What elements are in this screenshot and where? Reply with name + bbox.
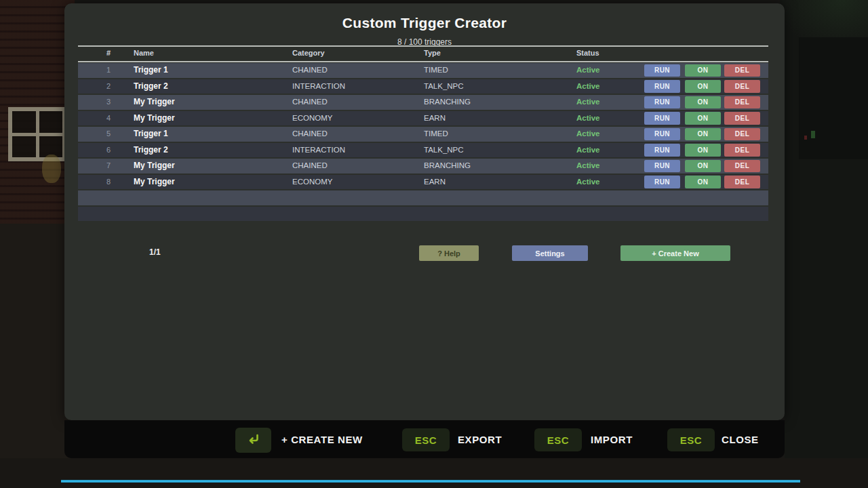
enter-icon bbox=[245, 431, 262, 449]
row-category: ECONOMY bbox=[292, 111, 332, 126]
page-title: Custom Trigger Creator bbox=[64, 15, 785, 31]
row-status: Active bbox=[576, 111, 600, 126]
row-name: My Trigger bbox=[134, 111, 175, 126]
row-number: 2 bbox=[92, 79, 125, 94]
row-name: Trigger 2 bbox=[134, 143, 168, 158]
row-type: EARN bbox=[424, 111, 446, 126]
table-row[interactable]: 6 Trigger 2 INTERACTION TALK_NPC Active … bbox=[78, 143, 768, 158]
table-row-empty bbox=[78, 207, 768, 222]
on-button[interactable]: ON bbox=[685, 112, 721, 125]
row-name: My Trigger bbox=[134, 159, 175, 174]
ground-bottom bbox=[0, 458, 868, 488]
barn-window bbox=[8, 107, 66, 161]
header-type: Type bbox=[424, 49, 441, 57]
on-button[interactable]: ON bbox=[685, 176, 721, 188]
del-button[interactable]: DEL bbox=[724, 144, 760, 157]
row-status: Active bbox=[576, 159, 600, 174]
row-status: Active bbox=[576, 95, 600, 110]
row-status: Active bbox=[576, 127, 600, 142]
del-button[interactable]: DEL bbox=[724, 80, 760, 93]
row-number: 1 bbox=[92, 63, 125, 78]
on-button[interactable]: ON bbox=[685, 64, 721, 77]
row-type: EARN bbox=[424, 175, 446, 190]
table-row[interactable]: 7 My Trigger CHAINED BRANCHING Active RU… bbox=[78, 159, 768, 174]
del-button[interactable]: DEL bbox=[724, 128, 760, 141]
on-button[interactable]: ON bbox=[685, 128, 721, 141]
run-button[interactable]: RUN bbox=[644, 160, 680, 173]
esc-key-close[interactable]: ESC bbox=[667, 428, 715, 451]
settings-button[interactable]: Settings bbox=[512, 245, 588, 261]
trigger-table: 1 Trigger 1 CHAINED TIMED Active RUN ON … bbox=[78, 63, 768, 222]
table-row-empty bbox=[78, 190, 768, 205]
del-button[interactable]: DEL bbox=[724, 160, 760, 173]
export-label[interactable]: EXPORT bbox=[458, 420, 502, 458]
row-status: Active bbox=[576, 175, 600, 190]
row-category: INTERACTION bbox=[292, 143, 345, 158]
row-type: TALK_NPC bbox=[424, 79, 464, 94]
row-name: Trigger 1 bbox=[134, 63, 168, 78]
keybind-bar: + CREATE NEW ESC EXPORT ESC IMPORT ESC C… bbox=[64, 420, 785, 458]
tree-detail bbox=[811, 131, 815, 138]
row-name: Trigger 2 bbox=[134, 79, 168, 94]
run-button[interactable]: RUN bbox=[644, 112, 680, 125]
run-button[interactable]: RUN bbox=[644, 80, 680, 93]
import-label[interactable]: IMPORT bbox=[591, 420, 633, 458]
row-category: INTERACTION bbox=[292, 79, 345, 94]
table-row[interactable]: 5 Trigger 1 CHAINED TIMED Active RUN ON … bbox=[78, 127, 768, 142]
row-number: 8 bbox=[92, 175, 125, 190]
screen: Custom Trigger Creator 8 / 100 triggers … bbox=[0, 0, 868, 488]
table-row[interactable]: 2 Trigger 2 INTERACTION TALK_NPC Active … bbox=[78, 79, 768, 94]
create-new-keybind-label[interactable]: + CREATE NEW bbox=[281, 420, 363, 458]
custom-trigger-creator-dialog: Custom Trigger Creator 8 / 100 triggers … bbox=[64, 3, 785, 420]
scene-detail bbox=[804, 136, 807, 140]
row-status: Active bbox=[576, 79, 600, 94]
header-category: Category bbox=[292, 49, 325, 57]
divider bbox=[78, 61, 768, 62]
row-category: ECONOMY bbox=[292, 175, 332, 190]
table-row[interactable]: 3 My Trigger CHAINED BRANCHING Active RU… bbox=[78, 95, 768, 110]
row-number: 6 bbox=[92, 143, 125, 158]
del-button[interactable]: DEL bbox=[724, 112, 760, 125]
row-category: CHAINED bbox=[292, 63, 328, 78]
row-number: 4 bbox=[92, 111, 125, 126]
row-category: CHAINED bbox=[292, 159, 328, 174]
row-type: TIMED bbox=[424, 127, 448, 142]
row-category: CHAINED bbox=[292, 127, 328, 142]
del-button[interactable]: DEL bbox=[724, 176, 760, 188]
esc-key-import[interactable]: ESC bbox=[534, 428, 582, 451]
table-row[interactable]: 1 Trigger 1 CHAINED TIMED Active RUN ON … bbox=[78, 63, 768, 78]
run-button[interactable]: RUN bbox=[644, 96, 680, 109]
table-row[interactable]: 4 My Trigger ECONOMY EARN Active RUN ON … bbox=[78, 111, 768, 126]
progress-line bbox=[61, 480, 800, 483]
row-name: My Trigger bbox=[134, 95, 175, 110]
header-status: Status bbox=[576, 49, 599, 57]
on-button[interactable]: ON bbox=[685, 144, 721, 157]
ground bbox=[0, 224, 75, 488]
run-button[interactable]: RUN bbox=[644, 144, 680, 157]
table-header: # Name Category Type Status bbox=[78, 47, 768, 61]
close-label[interactable]: CLOSE bbox=[722, 420, 759, 458]
row-type: TIMED bbox=[424, 63, 448, 78]
window-frame-horizontal bbox=[12, 133, 62, 136]
run-button[interactable]: RUN bbox=[644, 64, 680, 77]
row-status: Active bbox=[576, 143, 600, 158]
building-silhouette bbox=[799, 37, 868, 159]
header-name: Name bbox=[134, 49, 154, 57]
on-button[interactable]: ON bbox=[685, 160, 721, 173]
del-button[interactable]: DEL bbox=[724, 96, 760, 109]
row-status: Active bbox=[576, 63, 600, 78]
page-indicator: 1/1 bbox=[149, 247, 203, 257]
barn-object bbox=[42, 155, 61, 183]
on-button[interactable]: ON bbox=[685, 96, 721, 109]
enter-key-button[interactable] bbox=[235, 428, 271, 453]
create-new-button[interactable]: + Create New bbox=[620, 245, 730, 261]
run-button[interactable]: RUN bbox=[644, 128, 680, 141]
table-row[interactable]: 8 My Trigger ECONOMY EARN Active RUN ON … bbox=[78, 175, 768, 190]
esc-key-export[interactable]: ESC bbox=[402, 428, 450, 451]
on-button[interactable]: ON bbox=[685, 80, 721, 93]
row-type: BRANCHING bbox=[424, 95, 471, 110]
run-button[interactable]: RUN bbox=[644, 176, 680, 188]
help-button[interactable]: ? Help bbox=[419, 245, 479, 261]
row-number: 7 bbox=[92, 159, 125, 174]
del-button[interactable]: DEL bbox=[724, 64, 760, 77]
